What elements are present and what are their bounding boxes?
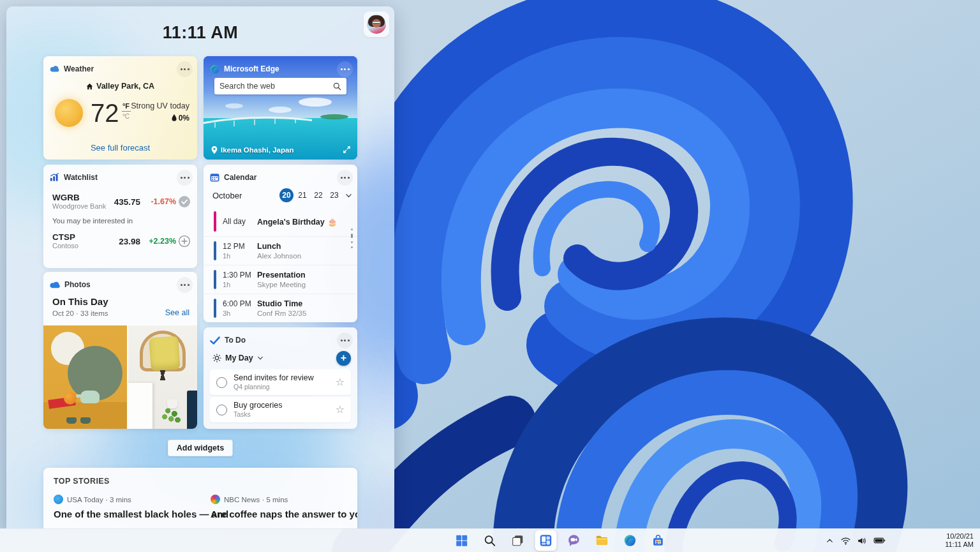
scroll-indicator[interactable]: [351, 228, 353, 248]
watchlist-more-button[interactable]: [177, 170, 193, 186]
watchlist-chart-icon: [50, 173, 59, 182]
event-time: 1:30 PM: [223, 271, 257, 280]
date-pill-23[interactable]: 23: [327, 188, 341, 202]
unit-toggle[interactable]: °F °C: [122, 102, 131, 120]
search-button[interactable]: [479, 530, 500, 551]
star-icon[interactable]: ☆: [336, 405, 345, 415]
watchlist-suggestion-label: You may be interested in: [52, 217, 133, 225]
news-story[interactable]: NBC News · 5 mins Are coffee naps the an…: [211, 495, 355, 519]
taskbar-date: 10/20/21: [946, 532, 974, 541]
location-pin-icon: [211, 146, 218, 154]
stock-row-ctsp[interactable]: CTSP Contoso 23.98 +2.23%: [52, 231, 191, 251]
see-full-forecast-link[interactable]: See full forecast: [43, 143, 197, 153]
search-input[interactable]: [214, 82, 333, 91]
calendar-month: October: [212, 191, 242, 200]
event-title: Studio Time: [257, 299, 306, 309]
task-view-button[interactable]: [507, 530, 528, 551]
see-all-link[interactable]: See all: [165, 308, 189, 317]
add-widgets-button[interactable]: Add widgets: [168, 440, 233, 456]
chevron-down-icon[interactable]: [345, 192, 352, 199]
story-headline[interactable]: Are coffee naps the answer to your: [211, 509, 355, 519]
expand-icon[interactable]: [343, 145, 351, 154]
date-pill-20[interactable]: 20: [279, 188, 293, 202]
calendar-icon: [210, 173, 219, 182]
widgets-button[interactable]: [535, 530, 556, 551]
wifi-icon[interactable]: [840, 536, 851, 546]
volume-icon[interactable]: [857, 536, 868, 546]
stock-company: Contoso: [52, 242, 107, 250]
event-duration: 1h: [223, 280, 257, 289]
story-headline[interactable]: One of the smallest black holes — and: [54, 509, 198, 519]
event-subtitle: Skype Meeting: [257, 280, 306, 289]
weather-more-button[interactable]: [177, 61, 193, 77]
task-list-name: Tasks: [234, 410, 282, 419]
date-pill-22[interactable]: 22: [311, 188, 325, 202]
news-story[interactable]: USA Today · 3 mins One of the smallest b…: [54, 495, 198, 519]
droplet-icon: [172, 114, 177, 121]
chat-button[interactable]: [563, 530, 584, 551]
photos-more-button[interactable]: [177, 277, 193, 293]
start-button[interactable]: [450, 530, 472, 551]
unit-celsius[interactable]: °C: [122, 113, 130, 120]
task-title: Buy groceries: [234, 401, 282, 410]
todo-widget[interactable]: To Do My Day + Send invites for review Q…: [204, 327, 357, 429]
event-time: All day: [223, 217, 257, 227]
file-explorer-button[interactable]: [591, 530, 612, 551]
show-hidden-icons-chevron[interactable]: [825, 536, 835, 546]
calendar-event-presentation[interactable]: 1:30 PM 1h Presentation Skype Meeting: [204, 265, 357, 294]
story-source: USA Today · 3 mins: [67, 496, 131, 504]
photo-thumbnail-chair[interactable]: [128, 325, 197, 429]
microsoft-store-button[interactable]: [647, 530, 669, 551]
weather-title: Weather: [64, 64, 94, 73]
photo-thumbnail-still-life[interactable]: [43, 325, 127, 429]
calendar-event-lunch[interactable]: 12 PM 1h Lunch Alex Johnson: [204, 236, 357, 265]
edge-widget[interactable]: Microsoft Edge Ikema Ohashi, Japan: [204, 56, 357, 160]
task-row-send-invites[interactable]: Send invites for review Q4 planning ☆: [210, 369, 351, 395]
panel-clock: 11:11 AM: [6, 23, 394, 43]
taskbar: 10/20/21 11:11 AM: [0, 528, 980, 552]
edge-search-bar[interactable]: [214, 78, 346, 94]
event-subtitle: Conf Rm 32/35: [257, 309, 306, 318]
calendar-widget[interactable]: Calendar October 20 21 22 23 A: [204, 165, 357, 322]
event-color-bar: [214, 241, 216, 260]
task-checkbox[interactable]: [216, 377, 227, 388]
unit-fahrenheit[interactable]: °F: [122, 102, 130, 110]
date-pill-21[interactable]: 21: [295, 188, 309, 202]
precipitation-value: 0%: [179, 114, 189, 123]
story-source: NBC News · 5 mins: [224, 496, 288, 504]
profile-avatar[interactable]: [364, 11, 389, 37]
temperature-value: 72: [91, 99, 119, 127]
watchlist-title: Watchlist: [64, 173, 98, 182]
calendar-more-button[interactable]: [337, 170, 353, 186]
calendar-event-allday[interactable]: All day Angela's Birthday 🎂: [204, 207, 357, 236]
task-title: Send invites for review: [234, 373, 314, 383]
top-stories-card: TOP STORIES USA Today · 3 mins One of th…: [43, 468, 357, 528]
task-checkbox[interactable]: [216, 405, 227, 415]
stock-symbol: CTSP: [52, 232, 107, 242]
star-icon[interactable]: ☆: [336, 377, 345, 387]
added-check-icon[interactable]: [178, 195, 191, 208]
stock-row-wgrb[interactable]: WGRB Woodgrove Bank 435.75 -1.67%: [52, 191, 191, 212]
my-day-selector[interactable]: My Day: [225, 354, 253, 362]
watchlist-widget[interactable]: Watchlist WGRB Woodgrove Bank 435.75 -1.…: [43, 165, 197, 268]
event-color-bar: [214, 211, 216, 232]
search-icon[interactable]: [333, 82, 346, 91]
edge-browser-button[interactable]: [619, 530, 641, 551]
chevron-down-icon[interactable]: [257, 355, 264, 361]
todo-more-button[interactable]: [337, 332, 353, 348]
weather-location-row: Valley Park, CA: [43, 82, 197, 91]
sunny-icon: [55, 99, 83, 127]
add-task-button[interactable]: +: [336, 351, 351, 366]
weather-widget[interactable]: Weather Valley Park, CA 72 °F °C: [43, 56, 197, 160]
stock-change: -1.67%: [140, 197, 176, 206]
event-color-bar: [214, 270, 216, 289]
battery-icon[interactable]: [873, 536, 886, 545]
task-row-buy-groceries[interactable]: Buy groceries Tasks ☆: [210, 397, 351, 422]
photos-widget[interactable]: Photos On This Day Oct 20 · 33 items See…: [43, 272, 197, 429]
weather-cloud-icon: [50, 65, 59, 73]
add-stock-icon[interactable]: [178, 235, 191, 248]
taskbar-clock[interactable]: 10/20/21 11:11 AM: [945, 529, 974, 552]
edge-more-button[interactable]: [337, 61, 353, 77]
calendar-event-studio-time[interactable]: 6:00 PM 3h Studio Time Conf Rm 32/35: [204, 294, 357, 322]
photos-subtitle: Oct 20 · 33 items: [52, 310, 108, 317]
